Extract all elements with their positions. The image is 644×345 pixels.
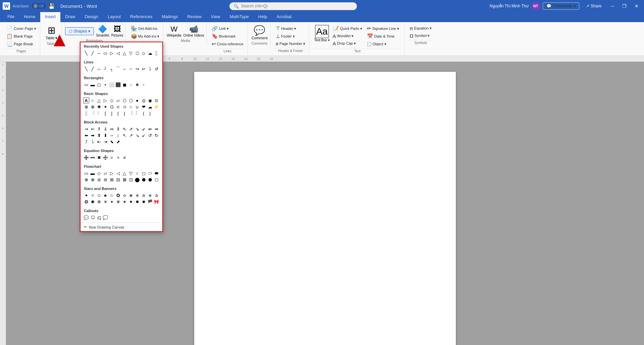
shape-item[interactable]: ⬇ [102, 132, 108, 138]
shape-item[interactable]: ▷ [109, 50, 115, 56]
btn-bookmark[interactable]: 🔖 Bookmark [210, 33, 245, 40]
search-input[interactable] [241, 4, 348, 8]
btn-online-videos[interactable]: 📹 Online Videos [183, 25, 204, 37]
shape-item[interactable]: ✬ [128, 192, 134, 198]
shape-item[interactable]: ⊞ [109, 177, 115, 183]
shape-item[interactable]: ◇ [141, 50, 147, 56]
shape-item[interactable]: ◎ [141, 97, 147, 103]
shape-item[interactable]: ⇔ [109, 126, 115, 132]
shape-item[interactable]: ⬆ [96, 132, 102, 138]
shape-item[interactable]: ┐ [109, 66, 115, 72]
shape-item[interactable]: ─ [96, 66, 102, 72]
shape-item[interactable]: ➕ [83, 154, 89, 160]
shape-item[interactable]: ✯ [147, 192, 153, 198]
shape-item[interactable]: ◁ [115, 170, 121, 176]
shape-item[interactable]: ✚ [96, 104, 102, 110]
shape-item[interactable]: ⌣ [121, 66, 127, 72]
shape-item[interactable]: ☁ [147, 50, 153, 56]
shape-item[interactable]: ▷ [109, 170, 115, 176]
btn-drop-cap[interactable]: A Drop Cap ▾ [331, 40, 364, 47]
shape-item[interactable]: ⊡ [128, 177, 134, 183]
shape-item[interactable]: ⊠ [121, 177, 127, 183]
shape-item[interactable]: ↕ [115, 132, 121, 138]
shape-item[interactable]: ▫ [141, 82, 147, 88]
shape-item[interactable]: ◻ [141, 170, 147, 176]
shape-item[interactable]: ⬡ [153, 177, 159, 183]
shape-item[interactable]: ⊟ [115, 177, 121, 183]
tab-references[interactable]: References [125, 12, 157, 22]
shape-item[interactable]: 🏴 [147, 199, 153, 205]
shape-item[interactable]: ◽ [128, 82, 134, 88]
shape-item[interactable]: ⌢ [128, 66, 134, 72]
shape-item[interactable]: ➖ [90, 154, 96, 160]
shape-item[interactable]: ✹ [141, 199, 147, 205]
shape-item[interactable]: 〕 [134, 110, 140, 116]
shape-item[interactable]: ✮ [141, 192, 147, 198]
shape-item[interactable]: ◁ [115, 50, 121, 56]
btn-symbol[interactable]: Ω Symbol ▾ [408, 32, 433, 39]
shape-item[interactable]: ⇘ [134, 126, 140, 132]
shape-item[interactable]: ] [109, 110, 115, 116]
shape-item[interactable]: ⇐ [90, 126, 96, 132]
shape-item[interactable]: ○ [90, 97, 96, 103]
shape-item[interactable]: ╲ [83, 50, 89, 56]
shape-item[interactable]: ✩ [96, 192, 102, 198]
shape-item[interactable]: ✰ [153, 192, 159, 198]
shape-item[interactable]: ⇓ [102, 126, 108, 132]
new-drawing-canvas-btn[interactable]: ✏ New Drawing Canvas [80, 223, 162, 231]
shape-item[interactable]: ⬠ [128, 97, 134, 103]
shape-item[interactable]: ⌶ [153, 50, 159, 56]
shape-item[interactable]: } [121, 110, 127, 116]
shape-item[interactable]: ◇ [109, 97, 115, 103]
shape-item[interactable]: 〈 [90, 110, 96, 116]
share-button[interactable]: ↗ Share [582, 2, 605, 10]
shape-item[interactable]: ○ [134, 170, 140, 176]
shape-item[interactable]: ✵ [115, 199, 121, 205]
shape-item[interactable]: ⬣ [147, 177, 153, 183]
tab-view[interactable]: View [206, 12, 225, 22]
shape-item[interactable]: ▭ [83, 170, 89, 176]
shape-item[interactable]: ⬢ [141, 177, 147, 183]
shape-item[interactable]: ⇙ [141, 126, 147, 132]
shape-item[interactable]: ✸ [134, 199, 140, 205]
shape-item[interactable]: ⤴ [83, 139, 89, 145]
shape-item[interactable]: ⌬ [109, 104, 115, 110]
shape-item[interactable]: ⊗ [90, 104, 96, 110]
shape-item[interactable]: ( [141, 110, 147, 116]
save-icon[interactable]: 💾 [48, 3, 55, 9]
shape-item[interactable]: = [109, 154, 115, 160]
shape-item[interactable]: ⊂ [115, 104, 121, 110]
shape-item[interactable]: ↖ [121, 132, 127, 138]
shape-item[interactable]: ⇖ [121, 126, 127, 132]
shape-item[interactable]: ↩ [141, 66, 147, 72]
shape-item[interactable]: ✖ [96, 154, 102, 160]
shape-item[interactable]: ⬅ [83, 132, 89, 138]
shape-item[interactable]: ▬ [90, 170, 96, 176]
shape-item[interactable]: ↙ [141, 132, 147, 138]
shape-item[interactable]: ↔ [109, 132, 115, 138]
tab-home[interactable]: Home [19, 12, 40, 22]
comments-button[interactable]: 💬 Comments ▾ [543, 2, 579, 10]
shape-item[interactable]: ⊃ [121, 104, 127, 110]
btn-page-break[interactable]: 📃 Page Break [5, 40, 38, 48]
shape-item[interactable]: ↪ [134, 66, 140, 72]
shape-item[interactable]: ◇ [96, 170, 102, 176]
shape-item[interactable]: ⇒ [83, 126, 89, 132]
btn-smartart[interactable]: 🔷 SmartArt [96, 25, 109, 37]
shape-item[interactable]: ↺ [147, 132, 153, 138]
restore-button[interactable]: ❐ [620, 3, 629, 9]
shape-item[interactable]: ➡ [90, 132, 96, 138]
shape-item[interactable]: 💬 [83, 214, 89, 220]
shape-item[interactable]: ┘ [102, 66, 108, 72]
shape-item[interactable]: ∩ [128, 104, 134, 110]
btn-text-box[interactable]: Aa Text Box ▾ [314, 25, 330, 42]
shape-item[interactable]: ▬ [90, 82, 96, 88]
shape-item[interactable]: 〔 [128, 110, 134, 116]
shape-item[interactable]: ⬜ [109, 82, 115, 88]
tab-acrobat[interactable]: Acrobat [272, 12, 297, 22]
shape-item[interactable]: { [115, 110, 121, 116]
btn-cross-reference[interactable]: ↩ Cross-reference [210, 40, 245, 48]
shape-item[interactable]: ⬬ [153, 170, 159, 176]
shape-item[interactable]: ⇕ [115, 126, 121, 132]
shape-item[interactable]: ▱ [102, 170, 108, 176]
